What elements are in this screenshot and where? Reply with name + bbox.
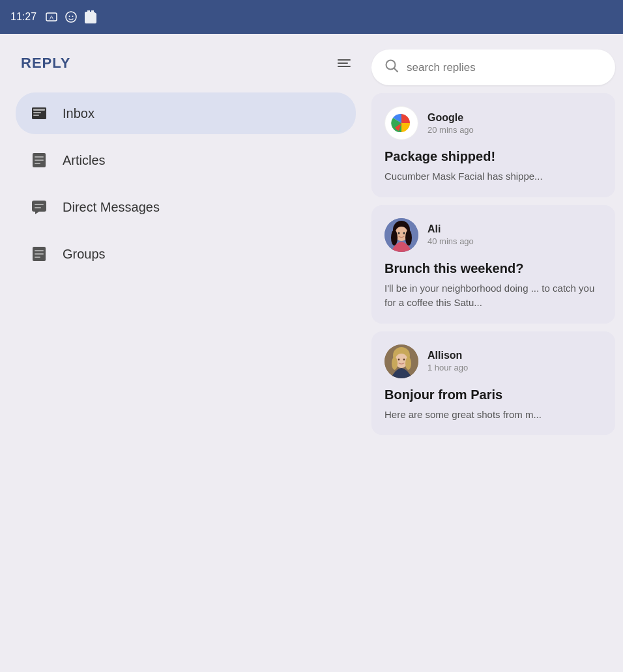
- ali-sender-time: 40 mins ago: [427, 236, 474, 246]
- svg-rect-16: [35, 207, 41, 208]
- status-bar: 11:27 A: [0, 0, 623, 34]
- sdcard-icon: [83, 10, 98, 24]
- svg-point-26: [391, 230, 398, 245]
- search-input[interactable]: [407, 61, 602, 74]
- hamburger-menu-button[interactable]: [338, 59, 351, 67]
- inbox-icon: [29, 103, 50, 124]
- avatar-ali: [384, 218, 418, 252]
- sidebar-item-groups[interactable]: Groups: [16, 233, 356, 275]
- direct-messages-label: Direct Messages: [63, 200, 160, 215]
- svg-point-28: [398, 232, 400, 234]
- svg-rect-8: [33, 112, 41, 113]
- svg-rect-12: [35, 160, 44, 161]
- ali-message-header: Ali 40 mins ago: [384, 218, 602, 252]
- svg-point-34: [405, 357, 411, 370]
- sidebar: REPLY Inbox: [0, 34, 371, 672]
- google-sender-time: 20 mins ago: [427, 125, 474, 135]
- svg-point-29: [403, 232, 405, 234]
- svg-rect-20: [35, 257, 40, 258]
- sidebar-item-inbox[interactable]: Inbox: [16, 92, 356, 134]
- articles-icon: [29, 150, 50, 171]
- sidebar-item-direct-messages[interactable]: Direct Messages: [16, 186, 356, 228]
- message-card-ali[interactable]: Ali 40 mins ago Brunch this weekend? I'l…: [371, 205, 615, 324]
- svg-point-3: [69, 16, 70, 17]
- svg-rect-7: [33, 109, 45, 111]
- articles-label: Articles: [63, 153, 106, 168]
- face-icon: [64, 10, 78, 24]
- avatar-allison: [384, 344, 418, 378]
- allison-message-subject: Bonjour from Paris: [384, 387, 602, 402]
- allison-sender-name: Allison: [427, 350, 468, 361]
- ali-message-subject: Brunch this weekend?: [384, 261, 602, 276]
- right-panel: Google 20 mins ago Package shipped! Cucu…: [371, 34, 623, 672]
- ali-message-preview: I'll be in your neighborhood doing ... t…: [384, 281, 602, 311]
- google-sender-name: Google: [427, 112, 474, 124]
- allison-message-header: Allison 1 hour ago: [384, 344, 602, 378]
- inbox-label: Inbox: [63, 106, 94, 121]
- allison-sender-info: Allison 1 hour ago: [427, 350, 468, 372]
- search-icon: [384, 59, 399, 76]
- google-message-preview: Cucumber Mask Facial has shippe...: [384, 169, 602, 184]
- direct-messages-icon: [29, 197, 50, 217]
- svg-rect-14: [32, 201, 46, 212]
- groups-label: Groups: [63, 247, 106, 262]
- svg-line-22: [394, 68, 398, 72]
- sidebar-item-articles[interactable]: Articles: [16, 139, 356, 181]
- svg-rect-9: [33, 115, 39, 116]
- google-message-subject: Package shipped!: [384, 149, 602, 164]
- svg-point-2: [66, 12, 76, 22]
- svg-rect-19: [35, 253, 44, 255]
- status-icons: A: [44, 10, 98, 24]
- app-logo: REPLY: [21, 55, 70, 72]
- google-sender-info: Google 20 mins ago: [427, 112, 474, 135]
- message-card-google[interactable]: Google 20 mins ago Package shipped! Cucu…: [371, 93, 615, 197]
- sidebar-header: REPLY: [16, 55, 356, 72]
- ali-sender-info: Ali 40 mins ago: [427, 223, 474, 246]
- ali-sender-name: Ali: [427, 223, 474, 235]
- svg-point-4: [72, 16, 74, 17]
- svg-rect-13: [35, 163, 40, 164]
- svg-text:A: A: [50, 14, 53, 21]
- search-bar[interactable]: [371, 49, 615, 85]
- status-time: 11:27: [10, 11, 36, 23]
- svg-point-27: [405, 230, 412, 245]
- svg-point-33: [392, 357, 398, 370]
- allison-sender-time: 1 hour ago: [427, 363, 468, 372]
- avatar-google: [384, 106, 418, 140]
- svg-point-36: [403, 358, 405, 360]
- groups-icon: [29, 244, 50, 264]
- svg-rect-11: [35, 156, 44, 158]
- message-card-allison[interactable]: Allison 1 hour ago Bonjour from Paris He…: [371, 331, 615, 436]
- main-container: REPLY Inbox: [0, 34, 623, 672]
- svg-point-35: [398, 358, 400, 360]
- message-header: Google 20 mins ago: [384, 106, 602, 140]
- keyboard-icon: A: [44, 10, 59, 24]
- svg-rect-18: [35, 250, 44, 251]
- svg-rect-15: [35, 204, 44, 205]
- allison-message-preview: Here are some great shots from m...: [384, 408, 602, 423]
